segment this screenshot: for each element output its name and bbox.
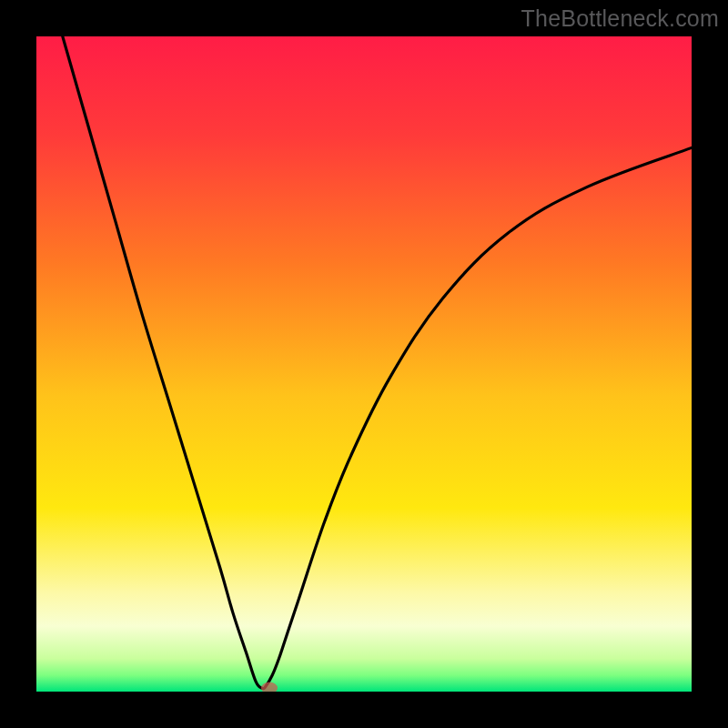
plot-area	[36, 36, 692, 692]
watermark-text: TheBottleneck.com	[521, 5, 719, 32]
optimal-point-marker	[261, 682, 278, 692]
bottleneck-curve	[36, 36, 692, 692]
chart-frame: TheBottleneck.com	[0, 0, 728, 728]
